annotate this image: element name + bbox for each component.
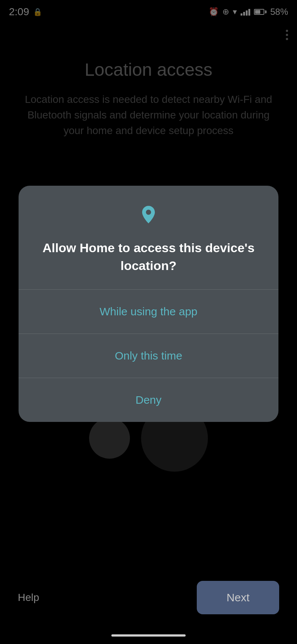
help-button[interactable]: Help	[18, 592, 39, 604]
dialog-title: Allow Home to access this device's locat…	[33, 239, 264, 274]
home-indicator	[111, 634, 186, 637]
next-button[interactable]: Next	[197, 581, 279, 614]
deny-button[interactable]: Deny	[19, 378, 278, 422]
location-pin-icon	[137, 204, 160, 227]
permission-dialog: Allow Home to access this device's locat…	[19, 186, 278, 422]
while-using-app-button[interactable]: While using the app	[19, 290, 278, 334]
dialog-header: Allow Home to access this device's locat…	[19, 186, 278, 289]
only-this-time-button[interactable]: Only this time	[19, 334, 278, 378]
bottom-nav: Help Next	[0, 581, 297, 614]
